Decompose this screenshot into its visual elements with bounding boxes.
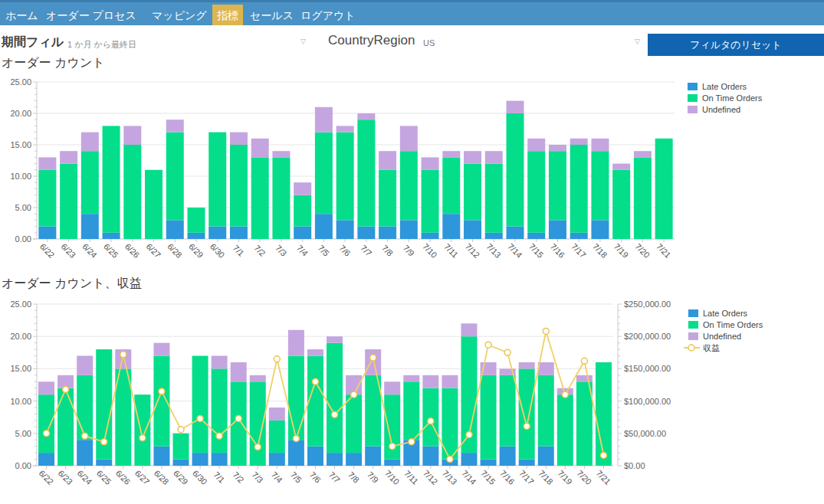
bar-segment-on_time[interactable] — [634, 157, 652, 239]
legend-item-late-orders[interactable]: Late Orders — [688, 309, 748, 318]
bar-segment-on_time[interactable] — [346, 394, 362, 453]
bar-segment-undefined[interactable] — [327, 336, 343, 342]
bar-segment-late[interactable] — [485, 233, 503, 239]
bar-segment-on_time[interactable] — [422, 388, 438, 447]
bar-segment-undefined[interactable] — [365, 349, 381, 375]
revenue-marker[interactable] — [235, 415, 241, 421]
bar-segment-undefined[interactable] — [464, 151, 481, 163]
bar-segment-late[interactable] — [570, 233, 588, 239]
bar-segment-undefined[interactable] — [153, 343, 169, 356]
revenue-marker[interactable] — [447, 457, 453, 463]
bar-segment-on_time[interactable] — [38, 394, 54, 453]
bar-segment-undefined[interactable] — [442, 151, 460, 157]
legend-item-undefined[interactable]: Undefined — [688, 332, 741, 341]
bar-segment-late[interactable] — [481, 460, 497, 466]
bar-segment-undefined[interactable] — [591, 139, 609, 151]
revenue-marker[interactable] — [216, 433, 222, 439]
bar-segment-undefined[interactable] — [315, 107, 333, 133]
bar-segment-undefined[interactable] — [38, 381, 54, 394]
bar-segment-on_time[interactable] — [327, 343, 343, 453]
bar-segment-undefined[interactable] — [549, 145, 566, 151]
bar-segment-late[interactable] — [461, 453, 478, 466]
bar-segment-undefined[interactable] — [288, 330, 304, 356]
bar-segment-late[interactable] — [81, 214, 99, 239]
bar-segment-late[interactable] — [507, 227, 524, 239]
bar-segment-on_time[interactable] — [123, 145, 141, 239]
bar-segment-late[interactable] — [288, 440, 304, 466]
bar-segment-late[interactable] — [38, 227, 56, 239]
bar-segment-on_time[interactable] — [315, 133, 333, 214]
period-filter-value[interactable]: 1 か月 から最終日 — [67, 39, 136, 51]
bar-segment-on_time[interactable] — [519, 368, 535, 459]
bar-segment-undefined[interactable] — [400, 126, 418, 151]
bar-segment-undefined[interactable] — [379, 151, 396, 170]
bar-segment-undefined[interactable] — [60, 151, 77, 163]
nav-item-order-process[interactable]: オーダー プロセス — [46, 5, 136, 28]
bar-segment-undefined[interactable] — [422, 157, 439, 169]
legend-item-late-orders[interactable]: Late Orders — [688, 82, 747, 91]
bar-segment-late[interactable] — [230, 227, 248, 239]
bar-segment-on_time[interactable] — [481, 375, 497, 460]
bar-segment-undefined[interactable] — [231, 362, 247, 381]
legend-item-on-time-orders[interactable]: On Time Orders — [688, 320, 763, 329]
bar-segment-undefined[interactable] — [507, 101, 524, 113]
bar-segment-undefined[interactable] — [38, 157, 56, 169]
bar-segment-late[interactable] — [400, 220, 418, 239]
bar-segment-undefined[interactable] — [384, 381, 400, 394]
bar-segment-late[interactable] — [208, 227, 226, 239]
bar-segment-on_time[interactable] — [269, 421, 285, 453]
bar-segment-on_time[interactable] — [134, 394, 150, 466]
bar-segment-late[interactable] — [315, 214, 333, 239]
bar-segment-undefined[interactable] — [212, 356, 228, 369]
bar-segment-undefined[interactable] — [336, 126, 354, 132]
revenue-marker[interactable] — [466, 431, 472, 437]
bar-segment-undefined[interactable] — [166, 119, 184, 132]
bar-segment-undefined[interactable] — [81, 133, 99, 152]
revenue-marker[interactable] — [82, 433, 88, 439]
revenue-marker[interactable] — [600, 452, 606, 458]
bar-segment-undefined[interactable] — [357, 113, 375, 119]
bar-segment-on_time[interactable] — [538, 375, 554, 447]
bar-segment-late[interactable] — [307, 447, 323, 466]
bar-segment-on_time[interactable] — [188, 208, 205, 233]
revenue-marker[interactable] — [101, 439, 107, 445]
bar-segment-on_time[interactable] — [103, 126, 120, 232]
revenue-marker[interactable] — [562, 391, 568, 398]
bar-segment-undefined[interactable] — [269, 407, 285, 421]
revenue-marker[interactable] — [504, 349, 510, 355]
bar-segment-undefined[interactable] — [230, 133, 248, 145]
nav-item-logout[interactable]: ログアウト — [300, 5, 356, 28]
bar-segment-on_time[interactable] — [379, 170, 396, 227]
bar-segment-late[interactable] — [500, 447, 516, 466]
bar-segment-on_time[interactable] — [230, 145, 248, 227]
bar-segment-undefined[interactable] — [422, 375, 438, 388]
legend-item-revenue[interactable]: 収益 — [684, 343, 720, 352]
revenue-marker[interactable] — [63, 386, 69, 392]
bar-segment-undefined[interactable] — [527, 139, 545, 151]
bar-segment-on_time[interactable] — [307, 356, 323, 447]
revenue-marker[interactable] — [351, 391, 357, 398]
bar-segment-late[interactable] — [365, 447, 381, 466]
bar-segment-on_time[interactable] — [576, 381, 593, 466]
bar-segment-on_time[interactable] — [527, 151, 545, 233]
country-region-value[interactable]: US — [423, 38, 435, 47]
bar-segment-late[interactable] — [192, 453, 208, 466]
country-dropdown-arrow-icon[interactable]: ▽ — [635, 38, 640, 45]
bar-segment-on_time[interactable] — [400, 151, 418, 220]
bar-segment-late[interactable] — [173, 460, 189, 466]
bar-segment-on_time[interactable] — [422, 170, 439, 233]
revenue-marker[interactable] — [581, 358, 587, 364]
bar-segment-late[interactable] — [527, 233, 545, 239]
nav-item-sales[interactable]: セールス — [250, 5, 294, 28]
bar-segment-on_time[interactable] — [557, 394, 573, 466]
bar-segment-undefined[interactable] — [570, 139, 588, 145]
bar-segment-on_time[interactable] — [485, 164, 503, 233]
bar-segment-on_time[interactable] — [570, 145, 588, 233]
bar-segment-on_time[interactable] — [173, 434, 189, 460]
bar-segment-undefined[interactable] — [538, 362, 554, 375]
bar-segment-late[interactable] — [269, 453, 285, 466]
revenue-marker[interactable] — [274, 356, 280, 362]
bar-segment-late[interactable] — [77, 440, 93, 466]
revenue-marker[interactable] — [254, 444, 261, 450]
bar-segment-undefined[interactable] — [461, 323, 478, 336]
